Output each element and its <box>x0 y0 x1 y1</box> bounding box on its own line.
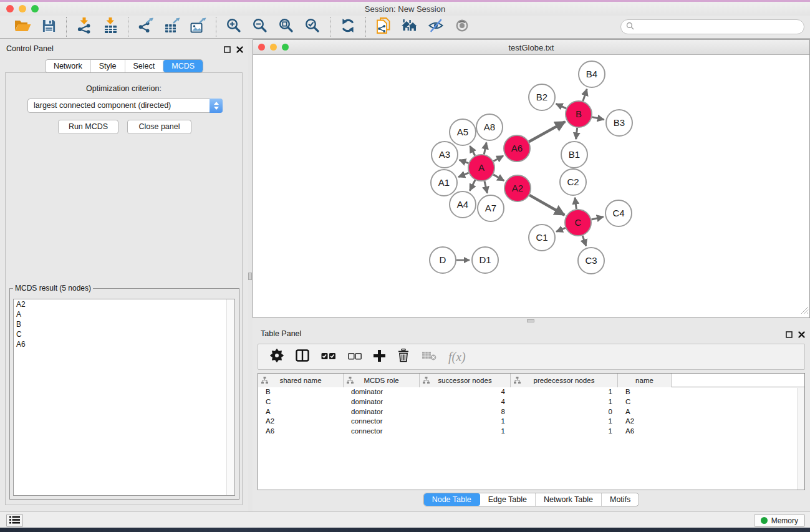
float-panel-icon[interactable] <box>224 44 231 56</box>
resize-grip-icon[interactable] <box>801 306 809 317</box>
select-all-button[interactable] <box>321 351 336 362</box>
graph-node-D[interactable]: D <box>430 247 456 273</box>
graph-edge-A-A4[interactable] <box>470 180 475 191</box>
zoom-selected-button[interactable] <box>299 17 325 37</box>
table-cell[interactable]: A2 <box>618 417 672 427</box>
zoom-fit-button[interactable] <box>273 17 299 37</box>
vertical-splitter[interactable] <box>248 39 253 511</box>
graph-edge-A2-C[interactable] <box>529 195 564 215</box>
tab-mcds[interactable]: MCDS <box>163 60 203 72</box>
table-cell[interactable]: A <box>258 407 344 417</box>
column-header-name[interactable]: name <box>618 374 672 387</box>
eye-button[interactable] <box>449 17 475 37</box>
table-row[interactable]: A2connector11A2 <box>258 417 804 427</box>
table-cell[interactable]: 1 <box>420 417 511 427</box>
table-cell[interactable]: C <box>258 397 344 407</box>
table-cell[interactable]: A <box>618 407 672 417</box>
zoom-in-button[interactable] <box>221 17 247 37</box>
graph-node-B4[interactable]: B4 <box>579 61 605 87</box>
mcds-result-list[interactable]: A2ABCA6 <box>13 299 235 496</box>
column-header-successor-nodes[interactable]: successor nodes <box>420 374 511 387</box>
tab-node-table[interactable]: Node Table <box>424 493 480 506</box>
column-header-MCDS-role[interactable]: MCDS role <box>344 374 420 387</box>
gear-button[interactable] <box>270 349 284 365</box>
graph-edge-A-A5[interactable] <box>470 146 475 155</box>
graph-edge-C-C2[interactable] <box>575 198 576 209</box>
split-view-button[interactable] <box>296 349 309 364</box>
task-history-button[interactable] <box>6 514 23 527</box>
deselect-all-button[interactable] <box>348 351 362 362</box>
tab-style[interactable]: Style <box>91 60 125 72</box>
table-cell[interactable]: A2 <box>258 417 344 427</box>
graph-edge-A-A8[interactable] <box>484 143 486 155</box>
table-row[interactable]: Bdominator41B <box>258 387 804 397</box>
graph-node-A7[interactable]: A7 <box>478 195 504 221</box>
graph-node-B1[interactable]: B1 <box>561 142 587 168</box>
table-cell[interactable]: 1 <box>420 427 511 437</box>
criterion-dropdown[interactable]: largest connected component (directed) <box>27 99 223 113</box>
export-network-button[interactable] <box>133 17 159 37</box>
graph-node-A6[interactable]: A6 <box>504 135 530 162</box>
graph-edge-C-C3[interactable] <box>582 236 586 246</box>
graph-node-A4[interactable]: A4 <box>450 191 476 218</box>
search-input[interactable] <box>637 21 804 32</box>
graph-edge-C-C1[interactable] <box>556 228 566 231</box>
graph-edge-A-A7[interactable] <box>485 181 487 193</box>
graph-node-C2[interactable]: C2 <box>560 169 586 195</box>
run-mcds-button[interactable]: Run MCDS <box>58 120 118 134</box>
close-panel-button[interactable]: Close panel <box>127 120 191 134</box>
graph-edge-B-B2[interactable] <box>556 104 566 108</box>
horizontal-splitter[interactable] <box>253 318 810 324</box>
zoom-out-button[interactable] <box>247 17 273 37</box>
splitter-handle[interactable] <box>527 319 534 322</box>
graph-edge-B-B3[interactable] <box>592 117 604 120</box>
save-button[interactable] <box>36 17 62 37</box>
graph-edge-A-A1[interactable] <box>458 173 468 177</box>
hide-details-button[interactable] <box>423 17 449 37</box>
graph-node-A3[interactable]: A3 <box>432 142 458 168</box>
column-header-predecessor-nodes[interactable]: predecessor nodes <box>511 374 618 387</box>
graph-node-B3[interactable]: B3 <box>606 110 632 136</box>
add-column-button[interactable] <box>374 350 385 364</box>
tab-edge-table[interactable]: Edge Table <box>480 493 536 506</box>
table-row[interactable]: Adominator80A <box>258 407 804 417</box>
close-panel-icon[interactable] <box>236 44 243 56</box>
graph-node-C1[interactable]: C1 <box>529 225 555 251</box>
graph-edge-A-A3[interactable] <box>460 160 469 163</box>
tab-network-table[interactable]: Network Table <box>536 493 602 506</box>
table-cell[interactable]: 1 <box>511 417 618 427</box>
tab-motifs[interactable]: Motifs <box>602 493 639 506</box>
memory-button[interactable]: Memory <box>754 514 805 527</box>
table-cell[interactable]: connector <box>344 427 420 437</box>
network-canvas[interactable]: AA1A2A3A4A5A6A7A8BB1B2B3B4CC1C2C3C4DD1 <box>253 55 809 317</box>
graph-node-B2[interactable]: B2 <box>529 84 555 110</box>
graph-edge-C-C4[interactable] <box>591 217 603 220</box>
graph-node-C3[interactable]: C3 <box>578 248 604 274</box>
delete-table-button[interactable] <box>422 351 436 363</box>
table-cell[interactable]: connector <box>344 417 420 427</box>
table-cell[interactable]: 8 <box>420 407 511 417</box>
graph-node-A8[interactable]: A8 <box>476 114 503 140</box>
graph-node-B[interactable]: B <box>566 101 592 127</box>
result-item[interactable]: C <box>14 329 234 339</box>
table-cell[interactable]: B <box>258 387 344 397</box>
graph-node-A1[interactable]: A1 <box>431 170 457 196</box>
graph-node-A[interactable]: A <box>468 155 494 181</box>
table-cell[interactable]: 1 <box>511 387 618 397</box>
graph-node-C4[interactable]: C4 <box>605 200 632 226</box>
network-window-titlebar[interactable]: testGlobe.txt <box>253 40 809 55</box>
graph-edge-A-A6[interactable] <box>493 156 503 162</box>
result-item[interactable]: A2 <box>14 299 234 309</box>
search-field[interactable] <box>620 19 804 34</box>
import-network-button[interactable] <box>71 17 97 37</box>
table-cell[interactable]: 1 <box>511 427 618 437</box>
result-item[interactable]: B <box>14 319 234 329</box>
import-table-button[interactable] <box>97 17 123 37</box>
table-row[interactable]: A6connector11A6 <box>258 427 804 437</box>
tab-select[interactable]: Select <box>125 60 164 72</box>
table-cell[interactable]: B <box>618 387 672 397</box>
result-item[interactable]: A6 <box>14 339 234 349</box>
graph-node-A5[interactable]: A5 <box>450 119 476 145</box>
result-scrollbar[interactable] <box>226 299 234 495</box>
network-document-button[interactable] <box>370 17 397 37</box>
